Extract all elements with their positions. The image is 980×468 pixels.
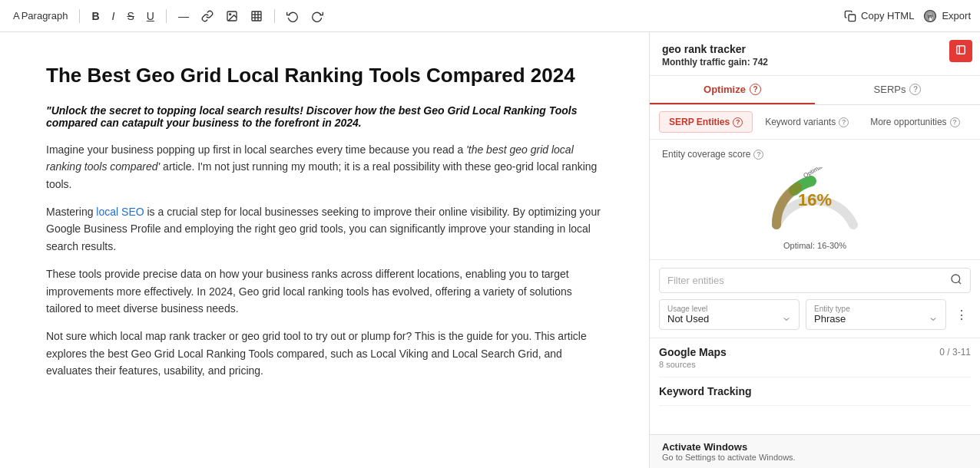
filter-area: Usage level Not Used Entity type Phrase … bbox=[650, 260, 980, 338]
bold-btn[interactable]: B bbox=[88, 8, 103, 25]
copy-html-label: Copy HTML bbox=[861, 10, 914, 21]
windows-notice: Activate Windows Go to Settings to activ… bbox=[650, 434, 980, 468]
export-button[interactable]: W Export bbox=[923, 9, 971, 23]
sidebar-keyword: geo rank tracker bbox=[662, 43, 968, 55]
entity-count-google-maps: 0 / 3-11 bbox=[939, 347, 971, 358]
tab-serps-label: SERPs bbox=[874, 84, 906, 95]
article-paragraph-1: Imagine your business popping up first i… bbox=[46, 141, 603, 193]
filter-entities-input[interactable] bbox=[667, 275, 950, 286]
coverage-optimal-label: Optimal: 16-30% bbox=[765, 241, 865, 250]
coverage-percent: 16% bbox=[798, 190, 832, 210]
svg-line-13 bbox=[958, 282, 961, 284]
toolbar-right: Copy HTML W Export bbox=[844, 9, 971, 23]
entity-name-google-maps: Google Maps bbox=[659, 346, 727, 358]
filter-input-row bbox=[659, 268, 971, 293]
sidebar-subtabs: SERP Entities ? Keyword variants ? More … bbox=[650, 105, 980, 140]
coverage-chart-area: Optimal range 16% Optimal: 16-30% bbox=[662, 167, 968, 250]
underline-btn[interactable]: U bbox=[143, 8, 158, 25]
divider-3 bbox=[274, 9, 275, 23]
serps-info-icon[interactable]: ? bbox=[909, 84, 921, 95]
more-opportunities-info-icon[interactable]: ? bbox=[950, 117, 960, 127]
filter-dropdowns: Usage level Not Used Entity type Phrase … bbox=[659, 299, 971, 330]
sidebar-tabs: Optimize ? SERPs ? bbox=[650, 76, 980, 105]
windows-notice-title: Activate Windows bbox=[662, 441, 968, 453]
entity-item-keyword-tracking: Keyword Tracking bbox=[659, 377, 971, 406]
editor-panel: The Best Geo Grid Local Ranking Tools Co… bbox=[0, 32, 650, 468]
entity-list: Google Maps 0 / 3-11 8 sources Keyword T… bbox=[650, 338, 980, 434]
donut-center: 16% bbox=[798, 190, 832, 210]
article-paragraph-4: Not sure which local map rank tracker or… bbox=[46, 328, 603, 379]
svg-rect-10 bbox=[957, 46, 965, 54]
article-paragraph-2: Mastering local SEO is a crucial step fo… bbox=[46, 203, 603, 255]
divider-2 bbox=[166, 9, 167, 23]
windows-notice-text: Go to Settings to activate Windows. bbox=[662, 453, 968, 462]
paragraph-format-btn[interactable]: A Paragraph bbox=[9, 8, 71, 24]
entity-item-top-2: Keyword Tracking bbox=[659, 385, 971, 397]
divider-1 bbox=[79, 9, 80, 23]
svg-rect-2 bbox=[252, 12, 261, 21]
image-btn[interactable] bbox=[222, 8, 242, 25]
redo-btn[interactable] bbox=[307, 8, 327, 25]
entity-name-keyword-tracking: Keyword Tracking bbox=[659, 385, 752, 397]
tab-optimize[interactable]: Optimize ? bbox=[650, 76, 815, 104]
entity-item-google-maps: Google Maps 0 / 3-11 8 sources bbox=[659, 338, 971, 377]
subtab-keyword-variants[interactable]: Keyword variants ? bbox=[756, 112, 858, 132]
serp-entities-info-icon[interactable]: ? bbox=[733, 117, 743, 127]
sidebar-traffic: Monthly traffic gain: 742 bbox=[662, 57, 968, 68]
entity-type-value-row: Phrase bbox=[814, 313, 938, 325]
italic-btn[interactable]: I bbox=[108, 8, 119, 25]
subtab-more-opportunities[interactable]: More opportunities ? bbox=[861, 112, 968, 132]
optimize-info-icon[interactable]: ? bbox=[750, 84, 761, 95]
usage-value-row: Not Used bbox=[667, 313, 791, 325]
svg-point-1 bbox=[230, 13, 231, 15]
sidebar: geo rank tracker Monthly traffic gain: 7… bbox=[650, 32, 980, 468]
link-btn[interactable] bbox=[197, 8, 217, 25]
article-title: The Best Geo Grid Local Ranking Tools Co… bbox=[46, 63, 603, 89]
coverage-section: Entity coverage score ? bbox=[650, 140, 980, 260]
hr-btn[interactable]: — bbox=[174, 8, 193, 25]
subtab-serp-entities[interactable]: SERP Entities ? bbox=[659, 111, 753, 133]
donut-chart-container: Optimal range 16% Optimal: 16-30% bbox=[765, 167, 865, 250]
paragraph-label: Paragraph bbox=[22, 10, 68, 21]
filter-more-options-button[interactable]: ⋮ bbox=[952, 305, 971, 325]
entity-item-top: Google Maps 0 / 3-11 bbox=[659, 346, 971, 358]
article-paragraph-3: These tools provide precise data on how … bbox=[46, 265, 603, 317]
undo-btn[interactable] bbox=[283, 8, 303, 25]
article-intro: "Unlock the secret to topping local sear… bbox=[46, 104, 603, 129]
copy-html-button[interactable]: Copy HTML bbox=[844, 10, 914, 22]
table-btn[interactable] bbox=[247, 8, 267, 25]
traffic-value: 742 bbox=[753, 57, 768, 68]
svg-rect-7 bbox=[849, 15, 856, 21]
toolbar: A Paragraph B I S U — Copy HTML bbox=[0, 0, 980, 32]
tab-optimize-label: Optimize bbox=[704, 84, 746, 95]
entity-type-dropdown[interactable]: Entity type Phrase bbox=[806, 299, 946, 330]
sidebar-header: geo rank tracker Monthly traffic gain: 7… bbox=[650, 32, 980, 76]
svg-point-12 bbox=[952, 275, 960, 283]
text-format-icon: A bbox=[13, 10, 20, 21]
local-seo-link[interactable]: local SEO bbox=[96, 206, 144, 218]
toolbar-left: A Paragraph B I S U — bbox=[9, 8, 839, 25]
usage-label: Usage level bbox=[667, 305, 791, 313]
svg-text:W: W bbox=[928, 14, 933, 19]
coverage-label-text: Entity coverage score bbox=[662, 149, 750, 160]
coverage-info-icon[interactable]: ? bbox=[753, 150, 763, 160]
export-label: Export bbox=[942, 10, 971, 21]
filter-search-button[interactable] bbox=[950, 273, 962, 288]
usage-level-dropdown[interactable]: Usage level Not Used bbox=[659, 299, 800, 330]
entity-type-label: Entity type bbox=[814, 305, 938, 313]
usage-value: Not Used bbox=[667, 313, 709, 325]
tab-serps[interactable]: SERPs ? bbox=[815, 76, 980, 104]
serp-entities-label: SERP Entities bbox=[669, 117, 730, 127]
entity-type-value: Phrase bbox=[814, 313, 846, 325]
more-opportunities-label: More opportunities bbox=[870, 117, 946, 127]
keyword-variants-info-icon[interactable]: ? bbox=[839, 117, 849, 127]
sidebar-toggle-button[interactable] bbox=[949, 40, 972, 62]
traffic-label: Monthly traffic gain: bbox=[662, 57, 750, 68]
optimal-range-text: Optimal range bbox=[803, 167, 839, 180]
entity-sources-google-maps: 8 sources bbox=[659, 360, 971, 369]
keyword-variants-label: Keyword variants bbox=[765, 117, 836, 127]
strikethrough-btn[interactable]: S bbox=[123, 8, 137, 25]
main-layout: The Best Geo Grid Local Ranking Tools Co… bbox=[0, 32, 980, 468]
coverage-label: Entity coverage score ? bbox=[662, 149, 968, 160]
